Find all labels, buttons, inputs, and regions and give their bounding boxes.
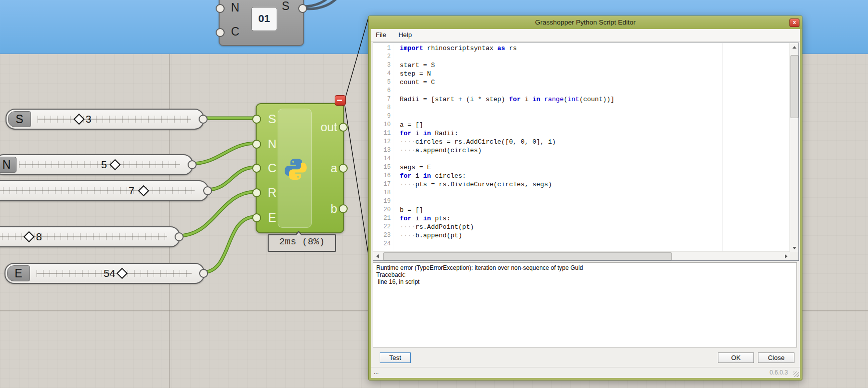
input-nub[interactable] (252, 213, 261, 222)
status-bar: ... 0.6.0.3 (371, 367, 800, 378)
test-button[interactable]: Test (380, 352, 411, 363)
menu-file[interactable]: File (371, 29, 391, 41)
input-nub[interactable] (252, 140, 261, 149)
output-nub[interactable] (199, 269, 208, 278)
python-script-component[interactable]: S N C R E out a b (256, 103, 344, 233)
horizontal-scroll-thumb[interactable] (383, 252, 672, 260)
code-editor[interactable]: 123456789101112131415161718192021222324 … (373, 43, 799, 261)
slider-rail[interactable] (38, 116, 191, 123)
version-label: 0.6.0.3 (769, 369, 788, 376)
scroll-right-icon[interactable] (782, 252, 790, 260)
input-nub[interactable] (216, 28, 225, 37)
input-nub[interactable] (252, 115, 261, 124)
number-slider-e[interactable]: E 54 (5, 263, 205, 284)
number-slider-n[interactable]: N 5 (0, 154, 193, 175)
close-icon[interactable]: x (789, 19, 799, 27)
input-label-e: E (266, 210, 279, 225)
editor-guide-line (722, 43, 722, 252)
runtime-label: 2ms (8%) (268, 234, 336, 252)
close-button[interactable]: Close (758, 352, 794, 363)
resize-grip-icon[interactable] (793, 371, 799, 377)
output-label-a: a (331, 161, 337, 176)
input-label-n: N (266, 137, 279, 152)
slider-value: 54 (104, 267, 115, 280)
scroll-down-icon[interactable] (790, 244, 798, 252)
runtime-text: 2ms (8%) (279, 236, 325, 247)
input-label-c: C (229, 25, 242, 38)
input-nub[interactable] (252, 188, 261, 197)
slider-name-label: S (8, 111, 31, 127)
number-slider-s[interactable]: S 3 (6, 109, 204, 130)
menu-bar: File Help (371, 29, 800, 42)
output-nub[interactable] (339, 204, 348, 213)
output-nub[interactable] (199, 115, 208, 124)
slider-rail[interactable] (19, 161, 180, 168)
callout-line (344, 102, 369, 257)
dialog-titlebar[interactable]: Grasshopper Python Script Editor x (369, 16, 802, 29)
number-slider-3[interactable]: 7 (0, 180, 209, 201)
scrollbar-corner (790, 252, 798, 260)
number-slider-4[interactable]: 8 (0, 226, 180, 247)
error-badge-icon[interactable] (335, 95, 346, 106)
grasshopper-canvas[interactable]: { "colors": { "sky": "#79b6e8", "canvas"… (0, 0, 868, 388)
scroll-left-icon[interactable] (373, 252, 381, 260)
output-label-b: b (331, 201, 337, 216)
input-label-s: S (266, 112, 279, 127)
output-nub[interactable] (175, 232, 184, 241)
output-nub[interactable] (188, 160, 197, 169)
minus-icon (337, 100, 342, 101)
series-component[interactable]: N C 01 S (219, 0, 304, 46)
horizontal-scrollbar[interactable] (373, 251, 790, 260)
slider-value: 3 (86, 113, 92, 126)
input-nub[interactable] (216, 4, 225, 13)
vertical-scroll-thumb[interactable] (790, 55, 798, 118)
notch (296, 232, 302, 236)
slider-value: 7 (129, 184, 135, 197)
dialog-body: File Help 123456789101112131415161718192… (371, 29, 800, 378)
scroll-up-icon[interactable] (790, 43, 798, 51)
series-icon: 01 (251, 7, 277, 31)
error-console: Runtime error (TypeErrorException): iter… (373, 262, 797, 347)
status-text: ... (374, 368, 379, 375)
output-nub[interactable] (339, 164, 348, 173)
output-nub[interactable] (203, 186, 212, 195)
code-area[interactable]: import rhinoscriptsyntax as rsstart = Ss… (395, 43, 790, 252)
callout-line (344, 17, 369, 102)
input-label-c: C (266, 161, 279, 176)
input-nub[interactable] (252, 164, 261, 173)
output-nub[interactable] (298, 4, 307, 13)
ok-button[interactable]: OK (718, 352, 754, 363)
output-label-s: S (279, 0, 292, 13)
slider-value: 8 (36, 230, 42, 243)
output-nub[interactable] (339, 123, 348, 132)
slider-name-label: E (7, 265, 30, 281)
input-label-n: N (229, 1, 242, 14)
menu-help[interactable]: Help (393, 29, 417, 41)
slider-value: 5 (101, 158, 107, 171)
output-label-out: out (321, 120, 337, 135)
python-logo-icon (283, 156, 309, 182)
slider-name-label: N (0, 157, 17, 173)
python-script-editor-dialog[interactable]: Grasshopper Python Script Editor x File … (368, 16, 802, 380)
input-label-r: R (266, 185, 279, 200)
dialog-title: Grasshopper Python Script Editor (369, 16, 802, 29)
slider-rail[interactable] (0, 187, 195, 194)
vertical-scrollbar[interactable] (789, 43, 798, 252)
line-number-gutter: 123456789101112131415161718192021222324 (373, 43, 394, 252)
